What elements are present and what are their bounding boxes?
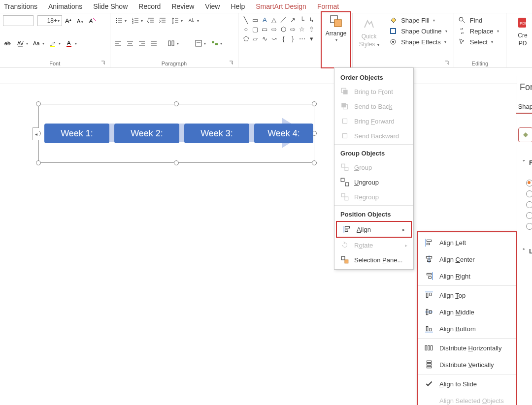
- bullets-button[interactable]: ▾: [113, 15, 128, 26]
- shape-arrowline-icon[interactable]: ↗: [288, 15, 297, 24]
- replace-button[interactable]: Replace▾: [457, 26, 503, 36]
- shape-pent-icon[interactable]: ⬠: [241, 34, 250, 43]
- distribute-horizontally[interactable]: Distribute Horizontally: [418, 340, 516, 356]
- align-bottom[interactable]: Align Bottom: [418, 320, 516, 337]
- align-to-slide[interactable]: Align to Slide: [418, 375, 516, 392]
- highlight-button[interactable]: ▾: [47, 38, 62, 49]
- tab-format[interactable]: Format: [317, 2, 339, 10]
- shape-line-icon[interactable]: ╲: [241, 15, 250, 24]
- tab-record[interactable]: Record: [138, 2, 161, 10]
- shape-connector-icon[interactable]: ↳: [307, 15, 316, 24]
- shape-elbow-icon[interactable]: └: [298, 15, 306, 24]
- menu-bring-to-front[interactable]: Bring to Front: [334, 84, 413, 99]
- menu-regroup[interactable]: Regroup: [334, 189, 413, 204]
- char-spacing-button[interactable]: AV▾: [15, 38, 29, 49]
- menu-bring-forward[interactable]: Bring Forward: [334, 114, 413, 128]
- shape-curve-icon[interactable]: ∿: [260, 34, 269, 43]
- columns-button[interactable]: ▾: [166, 38, 180, 49]
- week-box-2[interactable]: Week 2:: [114, 124, 179, 143]
- decrease-indent-icon[interactable]: [146, 16, 156, 26]
- resize-handle-br[interactable]: [312, 160, 317, 165]
- font-color-button[interactable]: A▾: [64, 38, 78, 49]
- tab-animations[interactable]: Animations: [48, 2, 82, 10]
- align-right[interactable]: Align Right: [418, 268, 516, 284]
- drawing-dialog-launcher-icon[interactable]: [444, 60, 451, 66]
- align-center-icon[interactable]: [125, 38, 135, 48]
- radio-orange[interactable]: [526, 180, 532, 187]
- radio-2[interactable]: [526, 201, 532, 208]
- resize-handle-bl[interactable]: [36, 160, 41, 165]
- radio-3[interactable]: [526, 212, 532, 219]
- font-dialog-launcher-icon[interactable]: [100, 60, 107, 66]
- pane-section-fill[interactable]: ˅ F: [522, 159, 532, 166]
- shape-star-icon[interactable]: ☆: [298, 25, 306, 33]
- shape-textbox-icon[interactable]: A: [260, 15, 269, 24]
- shape-uparrow-icon[interactable]: ⇧: [307, 25, 316, 33]
- align-left-icon[interactable]: [113, 38, 123, 48]
- change-case-button[interactable]: Aa▾: [31, 38, 45, 49]
- paragraph-dialog-launcher-icon[interactable]: [228, 60, 235, 66]
- tab-smartart-design[interactable]: SmartArt Design: [256, 2, 306, 10]
- tab-review[interactable]: Review: [171, 2, 194, 10]
- resize-handle-tl[interactable]: [36, 101, 41, 106]
- tab-transitions[interactable]: Transitions: [4, 2, 37, 10]
- shape-rect2-icon[interactable]: ▭: [260, 25, 269, 33]
- shape-arrow-icon[interactable]: ⇨: [269, 25, 278, 33]
- week-box-1[interactable]: Week 1:: [44, 124, 109, 143]
- menu-send-backward[interactable]: Send Backward: [334, 128, 413, 143]
- radio-4[interactable]: [526, 223, 532, 230]
- shape-outline-button[interactable]: Shape Outline▾: [388, 26, 451, 36]
- create-pdf-button[interactable]: PDF Cre PD: [506, 13, 532, 67]
- shape-roundrect-icon[interactable]: ▢: [251, 25, 260, 33]
- shape-fill-button[interactable]: Shape Fill▾: [388, 15, 451, 25]
- week-box-4[interactable]: Week 4:: [254, 124, 313, 143]
- shape-more1-icon[interactable]: ⋯: [298, 34, 306, 43]
- menu-selection-pane[interactable]: Selection Pane...: [334, 252, 413, 267]
- smartart-selection[interactable]: ◂ Week 1: Week 2: Week 3: Week 4:: [38, 104, 314, 163]
- tab-view[interactable]: View: [205, 2, 220, 10]
- menu-send-to-back[interactable]: Send to Back: [334, 99, 413, 114]
- increase-font-icon[interactable]: A▴: [64, 16, 74, 26]
- shape-para-icon[interactable]: ▱: [251, 34, 260, 43]
- resize-handle-tr[interactable]: [312, 101, 317, 106]
- tab-help[interactable]: Help: [231, 2, 245, 10]
- shape-arrowr-icon[interactable]: ⇨: [288, 25, 297, 33]
- week-box-3[interactable]: Week 3:: [184, 124, 249, 143]
- align-right-icon[interactable]: [137, 38, 147, 48]
- shapes-gallery[interactable]: ╲ ▭ A △ ／ ↗ └ ↳ ○ ▢ ▭ ⇨ ⬡ ⇨ ☆ ⇧ ⬠ ▱ ∿ ⤻ …: [241, 15, 317, 43]
- shape-brace2-icon[interactable]: }: [288, 34, 297, 43]
- format-pane-tab[interactable]: Shap: [518, 103, 532, 110]
- shape-arc-icon[interactable]: ⤻: [269, 34, 278, 43]
- align-center[interactable]: Align Center: [418, 251, 516, 268]
- numbering-button[interactable]: 123▾: [130, 15, 144, 26]
- arrange-button[interactable]: Arrange ▾: [321, 11, 351, 68]
- align-middle[interactable]: Align Middle: [418, 304, 516, 320]
- font-size-combo[interactable]: 18+▾: [37, 15, 62, 26]
- select-button[interactable]: Select▾: [457, 37, 503, 47]
- strikethrough-icon[interactable]: ab: [3, 38, 13, 48]
- find-button[interactable]: Find: [457, 15, 503, 25]
- distribute-vertically[interactable]: Distribute Vertically: [418, 356, 516, 373]
- menu-rotate[interactable]: Rotate▸: [334, 238, 413, 252]
- shape-line2-icon[interactable]: ／: [279, 15, 288, 24]
- align-top[interactable]: Align Top: [418, 287, 516, 304]
- smartart-text-pane-toggle[interactable]: ◂: [33, 127, 39, 140]
- align-text-button[interactable]: ▾: [193, 38, 207, 49]
- shape-triangle-icon[interactable]: △: [269, 15, 278, 24]
- tab-slideshow[interactable]: Slide Show: [93, 2, 128, 10]
- justify-icon[interactable]: [149, 38, 159, 48]
- shape-hex-icon[interactable]: ⬡: [279, 25, 288, 33]
- menu-align[interactable]: Align▸: [337, 222, 411, 237]
- radio-1[interactable]: [526, 190, 532, 197]
- pane-section-line[interactable]: ˃ L: [522, 248, 532, 255]
- shape-oval-icon[interactable]: ○: [241, 25, 250, 33]
- resize-handle-tc[interactable]: [174, 101, 179, 106]
- fill-line-tab-icon[interactable]: [518, 127, 532, 142]
- menu-ungroup[interactable]: Ungroup: [334, 175, 413, 189]
- shape-more2-icon[interactable]: ▾: [307, 34, 316, 43]
- clear-formatting-icon[interactable]: A: [88, 16, 98, 26]
- decrease-font-icon[interactable]: A▾: [76, 16, 86, 26]
- align-left[interactable]: Align Left: [418, 234, 516, 251]
- increase-indent-icon[interactable]: [158, 16, 167, 26]
- shape-brace1-icon[interactable]: {: [279, 34, 288, 43]
